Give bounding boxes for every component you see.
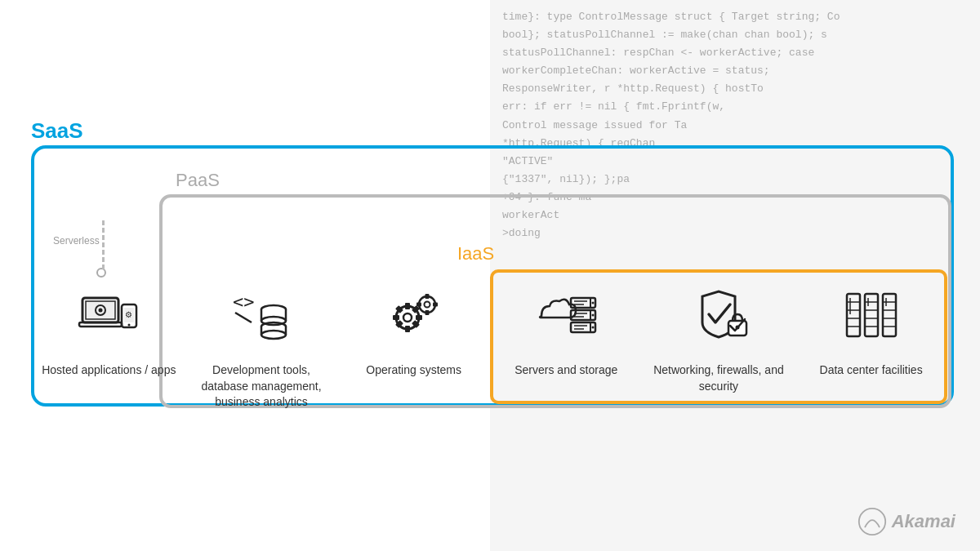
svg-point-45: [592, 327, 595, 329]
column-data-center: Data center facilities: [802, 278, 941, 379]
svg-rect-26: [416, 315, 422, 320]
column-hosted-apps: ⚙ Hosted applications / apps: [39, 278, 178, 379]
svg-rect-67: [883, 294, 896, 336]
saas-label: SaaS: [31, 118, 83, 144]
column-dev-tools: <> Development tools, database managemen…: [192, 278, 331, 411]
svg-rect-34: [425, 310, 429, 315]
servers-storage-icon: [529, 278, 603, 351]
svg-rect-25: [393, 315, 399, 320]
svg-point-73: [859, 509, 885, 535]
svg-rect-36: [433, 303, 438, 307]
svg-rect-23: [405, 303, 410, 309]
svg-point-32: [424, 302, 430, 308]
svg-point-4: [99, 309, 103, 313]
svg-text:<>: <>: [233, 291, 255, 312]
column-operating-systems: Operating systems: [345, 278, 483, 379]
svg-line-10: [235, 313, 252, 322]
svg-text:⚙: ⚙: [125, 310, 132, 319]
svg-rect-24: [405, 326, 410, 332]
servers-storage-label: Servers and storage: [514, 362, 617, 379]
operating-systems-label: Operating systems: [366, 362, 461, 379]
svg-point-22: [403, 313, 412, 322]
svg-point-42: [592, 314, 595, 317]
hosted-apps-icon: ⚙: [72, 278, 145, 351]
dev-tools-icon: <>: [225, 278, 298, 351]
operating-systems-icon: [377, 278, 451, 351]
svg-point-7: [128, 324, 131, 327]
akamai-logo-text: Akamai: [892, 511, 956, 532]
hosted-apps-label: Hosted applications / apps: [42, 362, 176, 379]
svg-rect-12: [261, 309, 286, 321]
akamai-logo: Akamai: [858, 507, 956, 536]
svg-rect-33: [425, 294, 429, 299]
serverless-dashed-line: [102, 220, 105, 269]
svg-rect-35: [416, 303, 421, 307]
networking-label: Networking, firewalls, and security: [649, 362, 788, 394]
main-content: SaaS PaaS IaaS Serverless ⚙ Hosted appli…: [0, 0, 980, 551]
service-columns: ⚙ Hosted applications / apps <> Developm…: [33, 278, 947, 411]
data-center-label: Data center facilities: [820, 362, 923, 379]
networking-icon: [682, 278, 755, 351]
column-servers-storage: Servers and storage: [497, 278, 635, 379]
svg-rect-61: [865, 294, 878, 336]
svg-rect-54: [847, 294, 860, 336]
svg-point-39: [592, 302, 595, 304]
data-center-icon: [835, 278, 908, 351]
dev-tools-label: Development tools, database management, …: [192, 362, 331, 411]
akamai-logo-icon: [858, 507, 887, 536]
column-networking: Networking, firewalls, and security: [649, 278, 788, 394]
svg-rect-2: [79, 322, 122, 327]
